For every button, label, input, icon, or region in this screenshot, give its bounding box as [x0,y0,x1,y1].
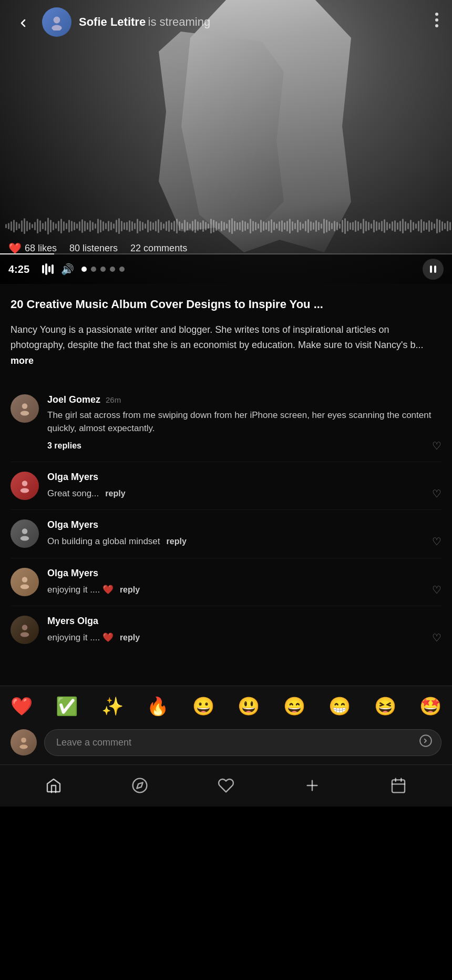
nav-explore[interactable] [124,770,156,801]
waveform-bar [250,219,251,233]
waveform-bar [39,220,41,232]
reply-link[interactable]: reply [120,633,140,642]
nav-add[interactable] [296,770,328,801]
read-more-link[interactable]: more [11,355,34,366]
waveform-bar [439,220,440,232]
waveform-bar [252,221,254,231]
emoji-check[interactable]: ✅ [56,696,78,717]
volume-icon[interactable]: 🔊 [61,263,74,275]
reply-link[interactable]: reply [120,585,140,595]
reply-link[interactable]: reply [167,537,187,546]
waveform-bar [8,223,9,229]
more-options-button[interactable] [432,7,441,33]
comment-item: Myers Olga enjoying it .... ❤️ reply ♡ [11,606,441,654]
waveform-bar [231,218,233,234]
comment-item: Olga Myers Great song... reply ♡ [11,462,441,511]
waveform-bar [420,219,422,233]
emoji-smile[interactable]: 😄 [283,696,305,717]
emoji-smiley[interactable]: 😃 [238,696,260,717]
streamer-avatar[interactable] [42,7,71,37]
comment-like-button[interactable]: ♡ [432,487,441,500]
waveform-bar [97,219,99,233]
current-user-avatar [11,729,37,756]
waveform-bar [315,220,317,232]
nav-home[interactable] [38,770,69,801]
waveform-bar [92,222,94,230]
comment-item: Joel Gomez 26m The girl sat across from … [11,385,441,462]
waveform-bar [447,221,448,231]
dot-2[interactable] [91,267,96,272]
svg-point-10 [22,625,28,631]
waveform-bar [239,222,241,230]
waveform-bar [444,223,446,229]
svg-point-13 [19,745,27,749]
nav-calendar[interactable] [383,770,414,801]
avatar[interactable] [11,616,39,644]
avatar[interactable] [11,472,39,500]
comment-text: The girl sat across from me swiping down… [47,409,441,435]
svg-point-11 [20,632,29,637]
waveform-bar [81,219,83,233]
waveform-bar [244,221,246,231]
heart-icon: ❤️ [8,242,22,254]
emoji-laugh[interactable]: 😆 [374,696,396,717]
emoji-sparkle[interactable]: ✨ [101,696,124,717]
dot-4[interactable] [110,267,115,272]
dot-1[interactable] [81,267,87,272]
waveform-bar [102,221,104,231]
pause-icon [429,264,437,274]
avatar[interactable] [11,519,39,548]
back-button[interactable] [12,12,35,35]
emoji-fire[interactable]: 🔥 [147,696,169,717]
streamer-name: Sofie Letitre [79,15,146,28]
avatar[interactable] [11,394,39,423]
waveform-bar [116,220,117,232]
pause-button[interactable] [423,259,444,280]
waveform-bar [131,221,133,231]
waveform-visualization: (function() { const heights = [8,12,18,2… [0,210,452,242]
home-icon [45,777,62,794]
emoji-grin[interactable]: 😀 [192,696,214,717]
nav-favorites[interactable] [210,770,242,801]
waveform-bar [326,220,327,232]
more-dot-2 [435,18,438,22]
reply-link[interactable]: reply [105,489,125,498]
comment-input-container[interactable]: Leave a comment [44,729,441,756]
avatar[interactable] [11,568,39,596]
waveform-bar [297,220,299,232]
waveform-bar [113,223,115,229]
waveform-bar [413,222,414,230]
waveform-bar [352,222,354,230]
waveform-bar [284,222,285,230]
svg-point-8 [22,577,28,583]
waveform-bar [60,219,62,233]
progress-track[interactable] [0,253,452,254]
comment-header: Olga Myers [47,472,441,483]
waveform-bar [221,221,222,231]
dot-5[interactable] [119,267,125,272]
waveform-bar [152,222,154,230]
emoji-star-struck[interactable]: 🤩 [419,696,441,717]
send-icon[interactable] [419,734,433,751]
waveform-bar [310,221,312,231]
waveform-bar [394,220,396,232]
waveform-bar [134,223,136,229]
comment-like-button[interactable]: ♡ [432,535,441,548]
dot-3[interactable] [100,267,106,272]
comment-like-button[interactable]: ♡ [432,584,441,596]
waveform-bar [279,221,280,231]
waveform-bar [26,221,28,231]
comment-like-button[interactable]: ♡ [432,440,441,452]
streamer-name-status: Sofie Letitre is streaming [79,15,210,29]
emoji-beam[interactable]: 😁 [328,696,351,717]
replies-link[interactable]: 3 replies [47,441,81,451]
comment-name: Olga Myers [47,519,98,530]
waveform-bar [294,223,296,229]
waveform-bar [176,219,178,233]
waveform-bar [328,221,330,231]
likes-stat[interactable]: ❤️ 68 likes [8,242,57,254]
comment-like-button[interactable]: ♡ [432,631,441,644]
comment-text: Great song... [47,487,99,501]
emoji-heart[interactable]: ❤️ [11,696,33,717]
waveform-bar [187,222,188,230]
